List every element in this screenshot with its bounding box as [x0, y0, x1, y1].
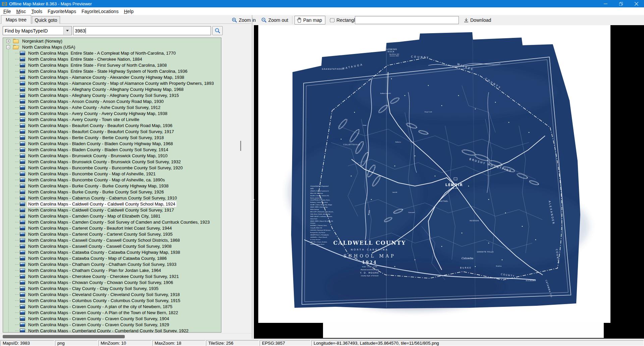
tree-item[interactable]: North Carolina Maps - Buncombe County - …	[3, 171, 221, 177]
tree-connector	[15, 168, 19, 168]
download-button[interactable]: Download	[462, 16, 493, 24]
map-thumbnail-icon	[20, 256, 25, 261]
menu-misc[interactable]: Misc	[14, 8, 29, 15]
tree-folder[interactable]: −North Carolina Maps (USA)	[3, 44, 221, 50]
panel-splitter[interactable]	[252, 15, 253, 339]
tree-item-label: North Carolina Maps - Beaufort County - …	[27, 123, 173, 128]
map-thumbnail-icon	[20, 87, 25, 92]
tree-item[interactable]: North Carolina Maps - Clay County - Clay…	[3, 285, 221, 291]
vertical-scrollbar-thumb[interactable]	[240, 141, 241, 151]
tree-item[interactable]: North Carolina Maps - Beaufort County - …	[3, 122, 221, 128]
map-thumbnail-icon	[20, 166, 25, 170]
tree-item[interactable]: North Carolina Maps - Cleveland County -…	[3, 291, 221, 297]
tree-item[interactable]: North Carolina Maps - Caldwell County - …	[3, 201, 221, 207]
tree-item[interactable]: North Carolina Maps - Camden County - So…	[3, 219, 221, 225]
map-thumbnail-icon	[20, 75, 25, 79]
tree-item[interactable]: North Carolina Maps - Craven County - A …	[3, 309, 221, 315]
tree-item[interactable]: North Carolina Maps - Chatham County - C…	[3, 261, 221, 267]
tree-item[interactable]: North Carolina Maps - Chatham County - P…	[3, 267, 221, 273]
tree-item[interactable]: North Carolina Maps - Bladen County - Bl…	[3, 140, 221, 147]
tree-item[interactable]: North Carolina Maps - Burke County - Bur…	[3, 189, 221, 195]
map-preview[interactable]: GRANDFATHERWATAUGABLOWINGROCKPop Winter …	[254, 25, 644, 339]
tree-connector	[15, 264, 19, 265]
tree-item[interactable]: North Carolina Maps - Avery County - Tow…	[3, 116, 221, 122]
tree-item[interactable]: North Carolina Maps - Carteret County - …	[3, 231, 221, 237]
tree-item[interactable]: North Carolina Maps - Craven County - Cr…	[3, 315, 221, 322]
tree-connector	[15, 270, 19, 271]
tree-item[interactable]: North Carolina Maps - Beaufort County - …	[3, 128, 221, 134]
tree-item[interactable]: North Carolina Maps Entire State - State…	[3, 68, 221, 74]
tree-item-label: North Carolina Maps - Craven County - A …	[27, 304, 173, 309]
tree-item[interactable]: North Carolina Maps - Craven County - A …	[3, 303, 221, 309]
tree-item[interactable]: North Carolina Maps - Burke County - Bur…	[3, 183, 221, 189]
tree-item[interactable]: North Carolina Maps - Alleghany County -…	[3, 92, 221, 98]
menu-help[interactable]: Help	[121, 8, 136, 15]
tree-item[interactable]: North Carolina Maps - Buncombe County - …	[3, 165, 221, 171]
combo-dropdown-button[interactable]	[63, 27, 71, 35]
horizontal-scrollbar[interactable]	[0, 333, 252, 339]
menu-favoritemaps[interactable]: FavoriteMaps	[45, 8, 79, 15]
tree-item-label: North Carolina Maps - Beaufort County - …	[27, 129, 175, 134]
tree-item[interactable]: North Carolina Maps - Caldwell County - …	[3, 207, 221, 213]
horizontal-scrollbar-thumb[interactable]	[3, 335, 125, 338]
tree-item[interactable]: North Carolina Maps - Cumberland County …	[3, 328, 221, 333]
tree-item[interactable]: North Carolina Maps - Anson County - Ans…	[3, 98, 221, 104]
tree-item[interactable]: North Carolina Maps - Carteret County - …	[3, 225, 221, 231]
toolbar-input[interactable]	[355, 16, 459, 24]
tree-item[interactable]: North Carolina Maps - Chowan County - Ch…	[3, 279, 221, 285]
map-thumbnail-icon	[20, 286, 25, 291]
svg-text:RED CLIFF { McDaniels, Cane Br: RED CLIFF { McDaniels, Cane Branch,	[310, 211, 334, 213]
maps-tree[interactable]: +Norgeskart (Norway)−North Carolina Maps…	[3, 38, 221, 333]
tree-item[interactable]: North Carolina Maps - Buncombe County - …	[3, 177, 221, 183]
tree-folder[interactable]: +Norgeskart (Norway)	[3, 38, 221, 44]
tree-item[interactable]: North Carolina Maps Entire State - First…	[3, 62, 221, 68]
tree-item[interactable]: North Carolina Maps - Columbus County - …	[3, 297, 221, 303]
tree-connector	[15, 53, 19, 53]
svg-text:Kings Creek: Kings Creek	[425, 111, 432, 113]
tab-quick-goto[interactable]: Quick goto	[32, 16, 60, 24]
tree-item[interactable]: North Carolina Maps - Cabarrus County - …	[3, 195, 221, 201]
expand-icon[interactable]: +	[6, 39, 10, 43]
tree-item[interactable]: North Carolina Maps - Bladen County - Bl…	[3, 147, 221, 153]
tree-item[interactable]: North Carolina Maps - Brunswick County -…	[3, 159, 221, 165]
minimize-button[interactable]	[598, 0, 613, 7]
pan-map-button[interactable]: Pan map	[294, 16, 325, 24]
tree-item[interactable]: North Carolina Maps - Alamance County - …	[3, 74, 221, 80]
tree-item-label: North Carolina Maps - Brunswick County -…	[27, 159, 182, 165]
search-input[interactable]: 3983	[73, 26, 211, 35]
tree-item[interactable]: North Carolina Maps - Alleghany County -…	[3, 86, 221, 92]
tree-item[interactable]: North Carolina Maps - Bertie County - Be…	[3, 134, 221, 140]
title-bar: Offline Map Maker 8.363 - Maps Previewer	[0, 0, 644, 7]
tree-item[interactable]: North Carolina Maps - Avery County - Ave…	[3, 110, 221, 116]
tab-maps-tree[interactable]: Maps tree	[1, 15, 31, 24]
map-preview-panel[interactable]: GRANDFATHERWATAUGABLOWINGROCKPop Winter …	[254, 25, 644, 339]
status-coordinates: Longitude=-81.367493, Latitude=35.864570…	[311, 340, 644, 346]
tree-item[interactable]: North Carolina Maps - Brunswick County -…	[3, 153, 221, 159]
menu-tools[interactable]: Tools	[29, 8, 45, 15]
tree-item[interactable]: North Carolina Maps - Cherokee County - …	[3, 273, 221, 279]
svg-text:Gamewell: Gamewell	[409, 212, 415, 213]
svg-text:Martin, Jeeters Gap: Martin, Jeeters Gap	[310, 197, 322, 199]
search-button[interactable]	[212, 26, 223, 35]
close-button[interactable]	[629, 0, 644, 7]
find-mode-combobox[interactable]: Find by MapsTypeID	[3, 26, 72, 35]
menu-favoritelocations[interactable]: FavoriteLocations	[79, 8, 121, 15]
tree-item[interactable]: North Carolina Maps - Alamance County - …	[3, 80, 221, 86]
tree-item[interactable]: North Carolina Maps - Caswell County - C…	[3, 237, 221, 243]
tree-item[interactable]: North Carolina Maps - Ashe County - Ashe…	[3, 104, 221, 110]
svg-text:KINGS CREEK { Baileys Gap,: KINGS CREEK { Baileys Gap,	[310, 207, 328, 208]
zoom-out-button[interactable]: Zoom out	[259, 16, 290, 24]
tree-item[interactable]: North Carolina Maps Entire State - A Com…	[3, 50, 221, 56]
tree-item[interactable]: North Carolina Maps - Camden County - Ma…	[3, 213, 221, 219]
map-thumbnail-icon	[20, 220, 25, 224]
tree-connector	[15, 156, 19, 156]
tree-item[interactable]: North Carolina Maps - Catawba County - C…	[3, 249, 221, 255]
tree-item[interactable]: North Carolina Maps - Catawba County - M…	[3, 255, 221, 261]
tree-item[interactable]: North Carolina Maps - Craven County - Cr…	[3, 322, 221, 328]
tree-item[interactable]: North Carolina Maps Entire State - Chero…	[3, 56, 221, 62]
menu-file[interactable]: File	[1, 8, 14, 15]
zoom-in-button[interactable]: Zoom in	[229, 16, 258, 24]
restore-button[interactable]	[613, 0, 629, 7]
collapse-icon[interactable]: −	[6, 45, 10, 49]
tree-item[interactable]: North Carolina Maps - Caswell County - C…	[3, 243, 221, 249]
